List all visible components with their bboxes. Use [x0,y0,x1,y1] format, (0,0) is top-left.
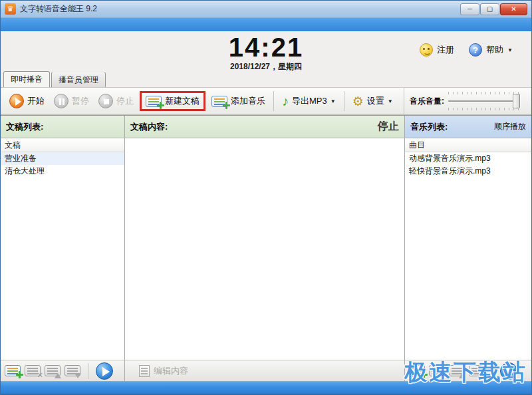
stop-button[interactable]: 停止 [94,91,138,111]
play-document-button[interactable] [96,362,113,380]
help-caret-icon[interactable]: ▼ [507,47,513,53]
red-highlight-annotation: 新建文稿 [140,91,205,111]
header-actions: 注册 ? 帮助 ▼ [420,43,513,57]
new-document-button[interactable]: 新建文稿 [143,94,202,108]
music-list-footer: ✕ [405,360,531,381]
document-content-footer: 编辑内容 [125,360,404,381]
music-move-up-icon[interactable] [449,365,465,376]
music-volume-slider[interactable] [448,91,520,111]
clock-header: 14:21 2018/12/27，星期四 注册 ? 帮助 ▼ [1,31,531,72]
edit-content-button[interactable]: 编辑内容 [133,362,194,380]
music-volume-area: 音乐音量: [404,88,532,114]
document-column-header[interactable]: 文稿 [1,138,124,152]
list-item[interactable]: 动感背景音乐演示.mp3 [405,152,531,165]
music-list-header: 音乐列表: 顺序播放 [405,116,531,138]
new-document-icon [146,96,162,107]
play-mode-label[interactable]: 顺序播放 [494,121,526,132]
music-list-panel: 音乐列表: 顺序播放 曲目 动感背景音乐演示.mp3 轻快背景音乐演示.mp3 … [405,116,531,381]
document-list-panel: 文稿列表: 文稿 营业准备 清仓大处理 ✕ [1,116,125,381]
app-icon: ♛ [5,3,16,15]
slider-ticks [448,108,520,110]
pause-button[interactable]: 暂停 [49,91,94,111]
tab-instant-broadcast[interactable]: 即时播音 [3,71,50,88]
add-music-track-icon[interactable] [409,365,425,376]
play-icon [9,94,24,108]
edit-document-icon [139,365,150,377]
add-music-button[interactable]: 添加音乐 [207,92,270,110]
music-volume-label: 音乐音量: [410,96,444,107]
list-item[interactable]: 轻快背景音乐演示.mp3 [405,165,531,178]
title-bar: ♛ 文字转语音全能王 9.2 ─ ▢ ✕ [1,1,531,18]
document-list-header: 文稿列表: [1,116,124,138]
pause-icon [54,94,68,108]
start-button[interactable]: 开始 [5,91,49,111]
playback-status: 停止 [378,120,399,134]
clock-date: 2018/12/27，星期四 [1,61,531,72]
music-move-down-icon[interactable] [469,365,485,376]
close-button[interactable]: ✕ [500,3,527,15]
delete-music-track-icon[interactable]: ✕ [429,365,445,376]
document-list[interactable]: 文稿 营业准备 清仓大处理 [1,138,124,360]
settings-caret-icon: ▼ [388,98,393,104]
export-mp3-button[interactable]: ♪ 导出MP3 ▼ [277,92,340,110]
toolbar-separator [344,91,344,111]
add-music-icon [211,96,227,107]
move-up-icon[interactable] [45,365,61,376]
toolbar-separator [273,91,274,111]
bottom-status-bar [1,381,531,395]
accent-strip [1,18,531,31]
add-document-icon[interactable] [5,365,21,376]
slider-track [448,100,520,102]
maximize-button[interactable]: ▢ [480,3,499,15]
list-item[interactable]: 清仓大处理 [1,165,124,178]
settings-button[interactable]: ⚙ 设置 ▼ [348,92,398,110]
gear-icon: ⚙ [352,95,364,108]
play-music-button[interactable] [500,362,517,380]
music-note-icon: ♪ [282,94,289,108]
slider-ticks [448,92,520,94]
register-link[interactable]: 注册 [437,44,454,56]
window-controls: ─ ▢ ✕ [460,3,527,15]
main-toolbar: 开始 暂停 停止 新建文稿 添加音乐 ♪ 导出MP3 ▼ ⚙ [1,87,531,115]
footer-separator [88,363,88,379]
music-list[interactable]: 曲目 动感背景音乐演示.mp3 轻快背景音乐演示.mp3 [405,138,531,360]
app-window: ♛ 文字转语音全能王 9.2 ─ ▢ ✕ 14:21 2018/12/27，星期… [0,0,532,395]
tab-bar: 即时播音 播音员管理 [1,72,531,87]
list-item[interactable]: 营业准备 [1,152,124,165]
minimize-button[interactable]: ─ [460,3,479,15]
smiley-icon [420,43,433,57]
tab-announcer-management[interactable]: 播音员管理 [51,72,106,87]
stop-icon [98,94,113,108]
document-list-footer: ✕ [1,360,124,381]
help-link[interactable]: 帮助 [486,44,503,56]
export-caret-icon: ▼ [331,98,336,104]
document-content-header: 文稿内容: 停止 [125,116,404,138]
help-icon: ? [469,43,482,57]
document-content-area[interactable] [125,138,404,360]
slider-thumb[interactable] [513,94,520,108]
move-down-icon[interactable] [65,365,80,376]
document-content-panel: 文稿内容: 停止 编辑内容 [125,116,405,381]
delete-document-icon[interactable]: ✕ [25,365,41,376]
music-column-header[interactable]: 曲目 [405,138,531,152]
footer-separator [492,363,493,379]
main-area: 文稿列表: 文稿 营业准备 清仓大处理 ✕ 文稿内容: 停止 [1,115,531,381]
window-title: 文字转语音全能王 9.2 [20,3,97,15]
